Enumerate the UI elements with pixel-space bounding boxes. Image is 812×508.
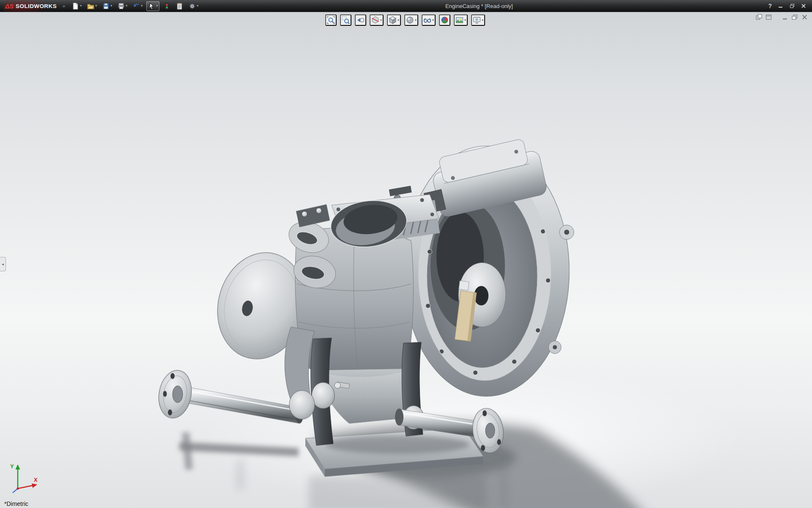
undo-button[interactable]: ▾ — [131, 1, 144, 11]
options-gear-icon — [189, 3, 196, 10]
view-orientation-cube-icon — [389, 16, 397, 24]
chevron-down-icon: ▾ — [432, 19, 434, 22]
print-button[interactable]: ▾ — [116, 1, 129, 11]
document-restore-button[interactable] — [792, 14, 798, 20]
y-axis-label: Y — [10, 463, 14, 469]
document-close-icon — [801, 14, 808, 20]
file-properties-button[interactable] — [174, 1, 185, 11]
chevron-down-icon: ▾ — [380, 19, 382, 22]
save-floppy-icon — [102, 3, 110, 10]
featuremanager-collapsed-tab[interactable]: ◂ — [0, 257, 6, 271]
close-icon — [801, 3, 806, 8]
chevron-down-icon: ▾ — [110, 4, 112, 8]
solidworks-window: ΔS SOLIDWORKS » ▾ ▾ ▾ ▾ ▾ — [0, 0, 812, 508]
restore-icon — [790, 3, 795, 8]
print-icon — [118, 3, 125, 10]
title-bar: ΔS SOLIDWORKS » ▾ ▾ ▾ ▾ ▾ — [0, 0, 812, 12]
view-orientation-label: *Dimetric — [4, 500, 28, 507]
panel-collapse-icon: ◂ — [2, 262, 4, 266]
open-folder-icon — [87, 3, 94, 10]
save-button[interactable]: ▾ — [101, 1, 114, 11]
hide-show-items-button[interactable]: ▾ — [422, 14, 436, 26]
rebuild-button[interactable] — [162, 1, 172, 11]
chevron-down-icon: ▾ — [464, 19, 466, 22]
x-axis-arrow — [32, 483, 37, 488]
file-properties-icon — [176, 3, 183, 10]
graphics-viewport[interactable]: ▾ ▾ ▾ ▾ ▾ ▾ — [0, 12, 812, 508]
restore-button[interactable] — [790, 3, 795, 8]
document-title: EngineCasing * [Read-only] — [445, 3, 513, 9]
zoom-to-fit-button[interactable] — [325, 14, 337, 26]
help-button[interactable]: ? — [768, 3, 772, 9]
show-panes-icon — [756, 14, 762, 20]
previous-view-button[interactable] — [355, 14, 366, 26]
engine-casing-model[interactable] — [0, 12, 812, 508]
triad-origin — [16, 487, 19, 489]
previous-view-icon — [357, 16, 365, 24]
chevron-down-icon: ▾ — [482, 19, 483, 22]
chevron-down-icon: ▾ — [126, 4, 127, 8]
minimize-icon — [778, 3, 783, 8]
view-orientation-button[interactable]: ▾ — [387, 14, 401, 26]
toolbar-overflow-chevron[interactable]: » — [63, 3, 65, 8]
document-minimize-icon — [782, 14, 788, 20]
new-window-button[interactable] — [765, 14, 772, 20]
apply-scene-icon — [455, 16, 464, 24]
headsup-view-toolbar: ▾ ▾ ▾ ▾ ▾ ▾ — [325, 14, 485, 26]
new-document-icon — [72, 3, 79, 10]
chevron-down-icon: ▾ — [95, 4, 97, 8]
edit-appearance-button[interactable] — [439, 14, 450, 26]
minimize-button[interactable] — [778, 3, 783, 8]
orientation-triad: Y X — [6, 461, 42, 496]
chevron-down-icon: ▾ — [197, 4, 198, 8]
solidworks-logo-text: SOLIDWORKS — [16, 3, 57, 9]
document-restore-icon — [792, 14, 798, 20]
document-minimize-button[interactable] — [782, 14, 788, 20]
rebuild-traffic-light-icon — [163, 3, 170, 10]
open-button[interactable]: ▾ — [85, 1, 99, 11]
display-style-button[interactable]: ▾ — [404, 14, 418, 26]
hide-show-glasses-icon — [423, 16, 431, 24]
options-button[interactable]: ▾ — [187, 1, 200, 11]
y-axis-arrow — [16, 464, 20, 469]
zoom-to-fit-icon — [327, 16, 335, 24]
new-button[interactable]: ▾ — [70, 1, 83, 11]
chevron-down-icon: ▾ — [398, 19, 399, 22]
chevron-down-icon: ▾ — [415, 19, 417, 22]
document-close-button[interactable] — [801, 14, 808, 20]
solidworks-logo-mark-icon: ΔS — [5, 3, 14, 10]
section-view-icon — [371, 16, 379, 24]
display-style-icon — [406, 16, 414, 24]
chevron-down-icon: ▾ — [156, 4, 158, 8]
undo-arrow-icon — [133, 3, 140, 10]
chevron-down-icon: ▾ — [80, 4, 82, 8]
close-button[interactable] — [801, 3, 806, 8]
x-axis-label: X — [34, 477, 38, 483]
document-window-controls — [756, 14, 808, 20]
window-controls: ? — [768, 3, 809, 9]
quick-access-toolbar: ▾ ▾ ▾ ▾ ▾ ▾ — [70, 1, 200, 11]
show-panes-button[interactable] — [756, 14, 762, 20]
select-cursor-icon — [148, 3, 155, 10]
solidworks-logo[interactable]: ΔS SOLIDWORKS — [3, 0, 62, 12]
view-settings-button[interactable]: ▾ — [471, 14, 485, 26]
chevron-down-icon: ▾ — [141, 4, 143, 8]
edit-appearance-ball-icon — [441, 16, 449, 24]
new-window-icon — [765, 14, 772, 20]
select-button[interactable]: ▾ — [146, 1, 159, 11]
section-view-button[interactable]: ▾ — [370, 14, 384, 26]
view-settings-icon — [473, 16, 481, 24]
zoom-to-area-button[interactable] — [340, 14, 351, 26]
top-left-bracket — [296, 204, 330, 227]
zoom-to-area-icon — [342, 16, 350, 24]
apply-scene-button[interactable]: ▾ — [454, 14, 468, 26]
